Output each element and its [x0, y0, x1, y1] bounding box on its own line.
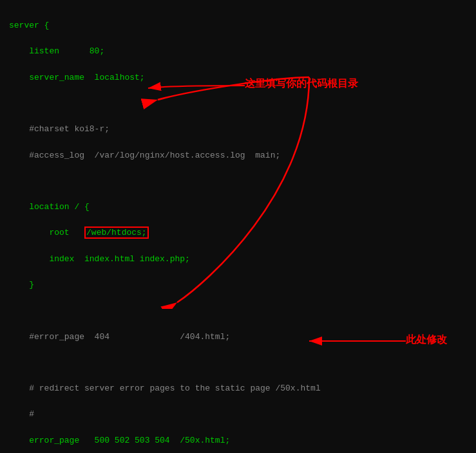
annotation-2: 此处修改 [406, 333, 447, 347]
location-block-start: location / { [9, 201, 467, 214]
root-line-1: root /web/htdocs; [9, 226, 467, 239]
code-line [9, 304, 467, 317]
highlight-root-1: /web/htdocs; [84, 226, 149, 239]
code-line: index index.html index.php; [9, 253, 467, 266]
code-line: listen 80; [9, 45, 467, 58]
code-line: # [9, 408, 467, 421]
code-line [9, 356, 467, 369]
annotation-1: 这里填写你的代码根目录 [245, 77, 358, 91]
code-line [9, 97, 467, 110]
code-line: #charset koi8-r; [9, 123, 467, 136]
code-line [9, 175, 467, 188]
code-line: #error_page 404 /404.html; [9, 331, 467, 344]
code-line: } [9, 279, 467, 291]
code-block: server { listen 80; server_name localhos… [0, 0, 476, 453]
code-line: server { [9, 19, 467, 32]
code-line: error_page 500 502 503 504 /50x.html; [9, 434, 467, 447]
code-line: #access_log /var/log/nginx/host.access.l… [9, 149, 467, 162]
code-line: # redirect server error pages to the sta… [9, 382, 467, 395]
code-line: server_name localhost; [9, 71, 467, 84]
